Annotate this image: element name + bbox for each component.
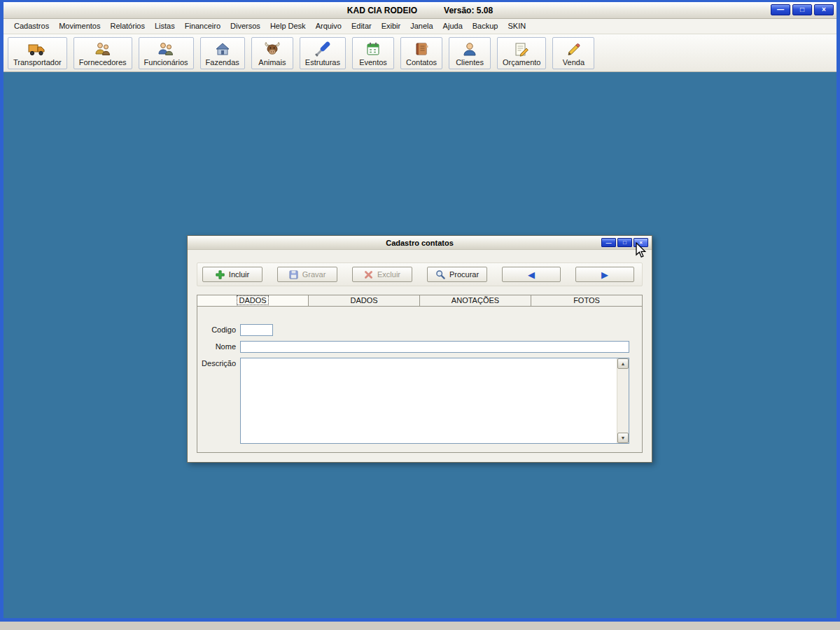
menu-item-financeiro[interactable]: Financeiro [180, 19, 225, 34]
save-icon [289, 270, 298, 279]
gravar-button[interactable]: Gravar [277, 267, 337, 282]
dialog-toolbar: Incluir Gravar Excluir Procurar [197, 262, 643, 286]
toolbar-button-clientes[interactable]: Clientes [449, 37, 491, 69]
procurar-button[interactable]: Procurar [427, 267, 487, 282]
toolbar-button-fazendas[interactable]: Fazendas [200, 37, 245, 69]
main-toolbar: Transportador Fornecedores Funcionários … [4, 34, 836, 72]
nome-row: Nome [197, 341, 629, 353]
menu-item-skin[interactable]: SKIN [503, 19, 531, 34]
excluir-button[interactable]: Excluir [352, 267, 412, 282]
menu-item-movimentos[interactable]: Movimentos [54, 19, 105, 34]
codigo-input[interactable] [240, 324, 273, 336]
toolbar-button-label: Funcionários [144, 58, 188, 66]
menu-item-arquivo[interactable]: Arquivo [311, 19, 346, 34]
menu-item-diversos[interactable]: Diversos [225, 19, 265, 34]
app-window: KAD CIA RODEIO Versão: 5.08 — □ × Cadast… [0, 0, 840, 622]
dialog-maximize-button[interactable]: □ [617, 238, 632, 247]
plus-icon [216, 270, 225, 279]
menu-item-relatorios[interactable]: Relatórios [105, 19, 150, 34]
scroll-down-icon[interactable]: ▼ [617, 433, 629, 443]
screen: KAD CIA RODEIO Versão: 5.08 — □ × Cadast… [0, 0, 840, 630]
notepad-pencil-icon [513, 41, 530, 57]
dialog-title: Cadastro contatos [188, 236, 652, 250]
app-version-text: Versão: 5.08 [444, 6, 493, 15]
pencil-icon [565, 41, 582, 57]
menu-item-editar[interactable]: Editar [346, 19, 377, 34]
toolbar-button-label: Contatos [406, 58, 437, 66]
excluir-label: Excluir [377, 270, 400, 279]
toolbar-button-fornecedores[interactable]: Fornecedores [74, 37, 132, 69]
descricao-row: Descrição ▲ ▼ [197, 358, 629, 444]
people-icon [94, 41, 111, 57]
tab-label: FOTOS [573, 296, 600, 304]
minimize-button[interactable]: — [771, 4, 790, 15]
dialog-close-button[interactable]: × [634, 238, 648, 247]
menubar: Cadastros Movimentos Relatórios Listas F… [4, 19, 836, 34]
address-book-icon [413, 41, 430, 57]
toolbar-button-orcamento[interactable]: Orçamento [497, 37, 546, 69]
screwdriver-icon [314, 41, 331, 57]
codigo-label: Codigo [197, 324, 240, 334]
toolbar-button-label: Orçamento [503, 58, 540, 66]
dialog-tabs: DADOS DADOS ANOTAÇÕES FOTOS [197, 295, 643, 307]
search-icon [435, 270, 445, 279]
toolbar-button-label: Eventos [359, 58, 387, 66]
toolbar-button-label: Estruturas [305, 58, 340, 66]
tab-dados-2[interactable]: DADOS [308, 295, 420, 307]
toolbar-button-estruturas[interactable]: Estruturas [300, 37, 346, 69]
nome-label: Nome [197, 341, 240, 351]
toolbar-button-venda[interactable]: Venda [552, 37, 594, 69]
descricao-field: ▲ ▼ [240, 358, 629, 444]
tab-label: DADOS [237, 296, 267, 304]
app-title: KAD CIA RODEIO Versão: 5.08 [4, 2, 836, 19]
app-titlebar: KAD CIA RODEIO Versão: 5.08 — □ × [4, 2, 836, 19]
dialog-titlebar: Cadastro contatos — □ × [188, 236, 652, 250]
descricao-scrollbar[interactable]: ▲ ▼ [617, 358, 629, 443]
next-record-button[interactable]: ▶ [575, 267, 634, 282]
toolbar-button-label: Venda [563, 58, 584, 66]
delete-x-icon [364, 270, 373, 279]
calendar-icon [365, 41, 382, 57]
tab-anotacoes[interactable]: ANOTAÇÕES [419, 295, 531, 307]
toolbar-button-eventos[interactable]: Eventos [352, 37, 394, 69]
menu-item-janela[interactable]: Janela [405, 19, 438, 34]
dialog-window-controls: — □ × [601, 238, 648, 247]
people-icon [158, 41, 174, 57]
truck-icon [28, 41, 46, 57]
tab-label: ANOTAÇÕES [451, 296, 499, 304]
toolbar-button-label: Animais [258, 58, 286, 66]
menu-item-cadastros[interactable]: Cadastros [9, 19, 54, 34]
toolbar-button-funcionarios[interactable]: Funcionários [139, 37, 194, 69]
tab-fotos[interactable]: FOTOS [531, 295, 643, 307]
house-icon [214, 41, 231, 57]
tab-panel-dados: Codigo Nome Descrição ▲ ▼ [197, 307, 643, 453]
toolbar-button-animais[interactable]: Animais [251, 37, 293, 69]
nome-input[interactable] [240, 341, 629, 353]
toolbar-button-contatos[interactable]: Contatos [400, 37, 442, 69]
app-title-text: KAD CIA RODEIO [347, 6, 417, 15]
person-icon [461, 41, 478, 57]
menu-item-backup[interactable]: Backup [468, 19, 503, 34]
tab-label: DADOS [350, 296, 377, 304]
tab-dados-1[interactable]: DADOS [197, 295, 309, 307]
toolbar-button-label: Fazendas [206, 58, 239, 66]
previous-record-button[interactable]: ◀ [502, 267, 561, 282]
arrow-left-icon: ◀ [528, 270, 535, 279]
descricao-label: Descrição [197, 358, 240, 368]
menu-item-help-desk[interactable]: Help Desk [265, 19, 311, 34]
codigo-row: Codigo [197, 324, 629, 336]
scroll-up-icon[interactable]: ▲ [617, 358, 629, 369]
descricao-textarea[interactable] [241, 358, 629, 443]
close-button[interactable]: × [814, 4, 834, 15]
incluir-button[interactable]: Incluir [202, 267, 262, 282]
dialog-minimize-button[interactable]: — [601, 238, 616, 247]
menu-item-ajuda[interactable]: Ajuda [438, 19, 468, 34]
maximize-button[interactable]: □ [792, 4, 812, 15]
toolbar-button-label: Transportador [13, 58, 62, 66]
menu-item-listas[interactable]: Listas [150, 19, 180, 34]
arrow-right-icon: ▶ [601, 270, 608, 279]
toolbar-button-transportador[interactable]: Transportador [8, 37, 67, 69]
toolbar-button-label: Clientes [456, 58, 484, 66]
toolbar-button-label: Fornecedores [79, 58, 127, 66]
menu-item-exibir[interactable]: Exibir [377, 19, 406, 34]
